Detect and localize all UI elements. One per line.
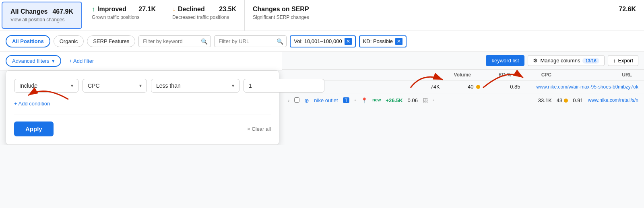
nike-outlet-row: › ⊕ nike outlet T • 📍 new +26.5K 0.06 🖼 …	[282, 93, 644, 108]
nike-kd-dot	[564, 99, 568, 103]
card-sub-all-changes: View all position changes	[10, 17, 73, 23]
tab-all-positions[interactable]: All Positions	[6, 35, 50, 47]
kd-indicator	[476, 85, 480, 89]
cell-kd: 40	[456, 84, 480, 90]
nike-cpc-val: 0.06	[408, 97, 418, 103]
cell-cpc: 0.85	[496, 84, 520, 90]
url-search-icon: 🔍	[277, 38, 283, 45]
card-sub-improved: Grown traffic positions	[92, 14, 156, 20]
gear-icon: ⚙	[533, 58, 538, 64]
url-search-input[interactable]	[214, 35, 287, 47]
kd-chip-label: KD: Possible	[363, 38, 393, 44]
filter-bar: All Positions Organic SERP Features 🔍 🔍 …	[0, 31, 644, 52]
advanced-filters-button[interactable]: Advanced filters ▾	[6, 55, 61, 67]
url-search-wrap: 🔍	[214, 35, 287, 47]
keyword-list-button[interactable]: keyword list	[486, 55, 524, 66]
card-title-improved: ↑ Improved	[92, 6, 126, 13]
operator-select-label: Less than	[156, 82, 181, 89]
up-arrow-icon: ↑	[92, 6, 95, 13]
card-count-declined: 23.5K	[219, 6, 236, 13]
add-condition-label: + Add condition	[14, 101, 50, 107]
camera-icon: 🖼	[423, 97, 428, 103]
card-serp[interactable]: Changes on SERP 72.6K Significant SERP c…	[245, 0, 644, 31]
th-kd: KD %	[487, 72, 511, 78]
kd-chip-close[interactable]: ✕	[395, 38, 402, 45]
tab-serp-features[interactable]: SERP Features	[87, 35, 135, 47]
keyword-search-icon: 🔍	[201, 38, 208, 45]
keyword-search-wrap: 🔍	[138, 35, 211, 47]
include-select-label: Include	[19, 82, 37, 89]
right-panel: keyword list ⚙ Manage columns 13/16 ↑ Ex…	[282, 52, 644, 145]
card-all-changes[interactable]: All Changes 467.9K View all position cha…	[2, 2, 82, 29]
nike-cpc: 0.91	[573, 97, 583, 103]
card-declined[interactable]: ↓ Declined 23.5K Decreased traffic posit…	[164, 0, 245, 31]
th-cpc: CPC	[527, 72, 551, 78]
add-condition-button[interactable]: + Add condition	[14, 99, 50, 108]
panel-footer: Apply × Clear all	[14, 122, 271, 136]
field-caret-icon: ▾	[139, 83, 142, 89]
chevron-down-icon: ▾	[52, 58, 55, 64]
operator-select[interactable]: Less than ▾	[151, 79, 239, 93]
nike-kd: 43	[557, 97, 568, 103]
advanced-filters-label: Advanced filters	[12, 58, 50, 64]
status-new: new	[372, 97, 381, 102]
vol-chip-label: Vol: 10,001–100,000	[294, 38, 342, 44]
export-button[interactable]: ↑ Export	[608, 55, 638, 66]
kd-filter-chip: KD: Possible ✕	[359, 35, 407, 47]
field-select[interactable]: CPC ▾	[83, 79, 147, 93]
include-caret-icon: ▾	[71, 83, 73, 89]
vol-filter-chip: Vol: 10,001–100,000 ✕	[290, 35, 355, 47]
card-count-serp: 72.6K	[619, 6, 636, 13]
dot-separator1: •	[354, 97, 356, 103]
manage-columns-label: Manage columns	[540, 58, 580, 64]
card-title-declined: ↓ Declined	[172, 6, 205, 13]
clear-all-button[interactable]: × Clear all	[247, 126, 271, 132]
vol-chip-close[interactable]: ✕	[345, 38, 352, 45]
apply-button[interactable]: Apply	[14, 122, 54, 136]
url-link[interactable]: www.nike.com/w/air-max-95-shoes-b0mibzy7…	[537, 84, 638, 90]
table-row: 74K 40 0.85 www.nike.com/w/air-max-95-sh…	[282, 80, 644, 93]
down-arrow-icon: ↓	[172, 6, 175, 13]
th-volume: Volume	[447, 72, 471, 78]
manage-columns-button[interactable]: ⚙ Manage columns 13/16	[528, 55, 605, 66]
table-header: Volume KD % CPC URL	[282, 70, 644, 80]
nike-volume: 33.1K	[538, 97, 552, 103]
plus-icon: ⊕	[304, 97, 309, 104]
card-count-improved: 27.1K	[138, 6, 156, 13]
cell-url: www.nike.com/w/air-max-95-shoes-b0mibzy7…	[537, 84, 638, 90]
advanced-filters-row: Advanced filters ▾ + Add filter	[0, 52, 282, 70]
card-title-serp: Changes on SERP	[253, 6, 309, 13]
include-select[interactable]: Include ▾	[14, 79, 78, 93]
keyword-text: nike outlet	[314, 97, 338, 103]
keyword-search-input[interactable]	[138, 35, 211, 47]
card-title-all-changes: All Changes	[10, 8, 47, 15]
card-sub-serp: Significant SERP changes	[253, 14, 636, 20]
card-sub-declined: Decreased traffic positions	[172, 14, 236, 20]
cell-volume: 74K	[416, 84, 440, 90]
tab-organic[interactable]: Organic	[54, 35, 84, 47]
export-icon: ↑	[613, 58, 616, 64]
advanced-filters-panel: Include ▾ CPC ▾ Less than ▾ + Add condit…	[6, 70, 279, 145]
export-label: Export	[618, 58, 633, 64]
th-url: URL	[568, 72, 632, 78]
operator-caret-icon: ▾	[232, 83, 234, 89]
add-filter-button[interactable]: + Add filter	[66, 56, 97, 66]
manage-columns-badge: 13/16	[582, 58, 599, 64]
card-improved[interactable]: ↑ Improved 27.1K Grown traffic positions	[84, 0, 164, 31]
location-icon: 📍	[361, 97, 367, 103]
tag-t: T	[343, 97, 350, 103]
value-input[interactable]	[244, 79, 324, 93]
row-checkbox[interactable]	[294, 97, 299, 103]
field-select-label: CPC	[88, 82, 100, 89]
change-value: +26.5K	[386, 97, 402, 103]
panel-divider	[14, 115, 271, 115]
table-toolbar: keyword list ⚙ Manage columns 13/16 ↑ Ex…	[282, 52, 644, 70]
card-count-all-changes: 467.9K	[52, 8, 73, 15]
dot-separator2: •	[433, 97, 435, 103]
nike-url[interactable]: www.nike.com/retail/s/n	[588, 97, 638, 103]
expand-icon[interactable]: ›	[288, 97, 289, 103]
filter-condition-row: Include ▾ CPC ▾ Less than ▾	[14, 79, 271, 93]
add-filter-label: + Add filter	[69, 58, 94, 64]
